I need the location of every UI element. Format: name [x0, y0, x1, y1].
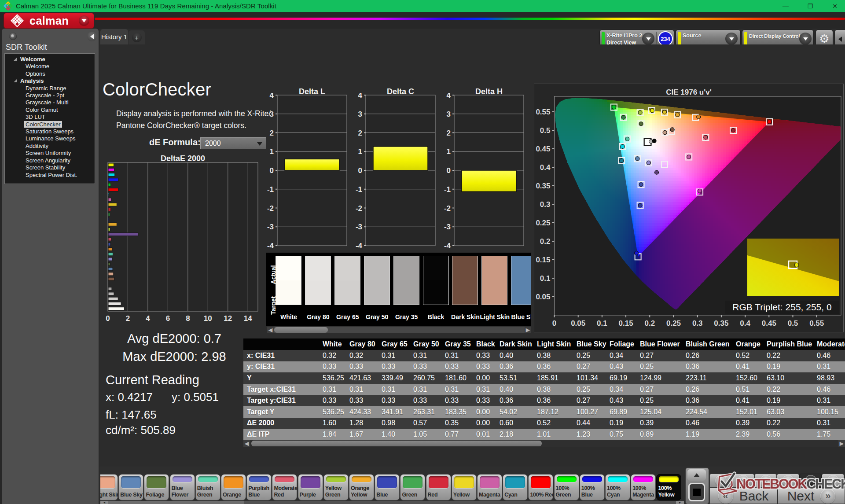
tree-item-screen-stability[interactable]: Screen Stability: [5, 164, 95, 171]
patch-button-red[interactable]: Red: [426, 474, 451, 500]
tree-item-saturation-sweeps[interactable]: Saturation Sweeps: [5, 128, 95, 135]
tree-item-welcome[interactable]: Welcome: [5, 63, 95, 70]
meter-dropdown-icon[interactable]: [642, 33, 654, 45]
patch-strip-scrollbar[interactable]: ◄ ►: [100, 501, 684, 504]
close-button[interactable]: ✕: [828, 3, 841, 10]
scrollbar-thumb[interactable]: [274, 327, 328, 333]
tree-item-label: Screen Angularity: [26, 157, 70, 164]
tree-item-grayscale-2pt[interactable]: Grayscale - 2pt: [5, 92, 95, 99]
tree-item-label: Grayscale - 2pt: [26, 92, 64, 99]
calman-menu-dropdown[interactable]: [79, 15, 89, 26]
tree-expander-icon[interactable]: [14, 58, 17, 61]
patch-button-100-blue[interactable]: 100% Blue: [580, 474, 605, 500]
swatch-gray-50: Gray 50: [364, 256, 390, 305]
table-cell: 536.25: [320, 372, 347, 384]
patch-button-blue-sky[interactable]: Blue Sky: [118, 474, 143, 500]
patch-button-cyan[interactable]: Cyan: [503, 474, 528, 500]
tree-item-label: Additivity: [26, 143, 48, 149]
table-cell: 1.05: [411, 429, 442, 440]
table-cell: 0.33: [347, 395, 379, 406]
add-tab[interactable]: +: [129, 30, 145, 44]
patch-button-blue-flower[interactable]: Blue Flower: [170, 474, 195, 500]
svg-text:1: 1: [447, 147, 451, 156]
table-cell: 0.27: [574, 361, 607, 373]
table-cell: 1.84: [320, 429, 347, 440]
maximize-button[interactable]: ❐: [804, 3, 817, 10]
patch-button-bluish-green[interactable]: Bluish Green: [195, 474, 220, 500]
tree-item-welcome[interactable]: Welcome: [5, 56, 95, 63]
table-scrollbar[interactable]: ◄ ►: [243, 440, 845, 447]
table-header-dark-skin: Dark Skin: [497, 338, 534, 350]
patch-button-magenta[interactable]: Magenta: [477, 474, 502, 500]
de2000-bar-100-cyan: [108, 173, 115, 177]
patch-button-light-skin[interactable]: Light Skin: [100, 474, 118, 500]
app-icon: [3, 1, 13, 11]
table-cell: 0.36: [534, 361, 574, 373]
workflow-indicator-icon[interactable]: [9, 33, 17, 40]
patch-button-100-magenta[interactable]: 100% Magenta: [631, 474, 656, 500]
table-cell: 0.31: [320, 384, 347, 395]
tree-item-additivity[interactable]: Additivity: [5, 143, 95, 150]
scroll-right-icon[interactable]: ►: [676, 501, 684, 504]
display-dropdown-icon[interactable]: [799, 33, 812, 45]
tree-item-luminance-sweeps[interactable]: Luminance Sweeps: [5, 135, 95, 142]
patch-button-foliage[interactable]: Foliage: [144, 474, 169, 500]
stop-button[interactable]: [688, 483, 705, 501]
tree-item-screen-uniformity[interactable]: Screen Uniformity: [5, 150, 95, 157]
scroll-left-icon[interactable]: ◄: [100, 501, 108, 504]
table-row-y-cie31: y: CIE310.330.330.330.330.330.330.360.36…: [243, 361, 845, 373]
scrollbar-thumb[interactable]: [251, 441, 542, 446]
tree-item-screen-angularity[interactable]: Screen Angularity: [5, 157, 95, 164]
patch-button-blue[interactable]: Blue: [375, 474, 400, 500]
tree-item-spectral-power-dist-[interactable]: Spectral Power Dist.: [5, 172, 95, 179]
patch-color: [403, 476, 422, 488]
patch-button-100-red[interactable]: 100% Red: [528, 474, 553, 500]
table-cell: 1.01: [534, 429, 574, 440]
strip-expand-button[interactable]: [687, 469, 706, 481]
swatch-scrollbar[interactable]: ◄ ►: [267, 327, 531, 333]
patch-button-100-green[interactable]: 100% Green: [554, 474, 579, 500]
calman-menu-button[interactable]: calman: [4, 13, 94, 29]
patch-button-moderate-red[interactable]: Moderate Red: [272, 474, 297, 500]
source-dropdown-icon[interactable]: [725, 33, 738, 45]
tree-item-grayscale-multi[interactable]: Grayscale - Multi: [5, 99, 95, 106]
tab-history-1[interactable]: History 1: [100, 29, 128, 44]
minimize-button[interactable]: —: [779, 3, 792, 10]
patch-button-orange[interactable]: Orange: [221, 474, 246, 500]
de-formula-select[interactable]: 2000: [200, 137, 266, 149]
scroll-left-icon[interactable]: ◄: [267, 327, 274, 333]
tree-item-colorchecker[interactable]: ColorChecker: [5, 121, 95, 128]
scroll-right-icon[interactable]: ►: [838, 440, 845, 447]
patch-button-yellow[interactable]: Yellow: [452, 474, 477, 500]
row-label: ΔE 2000: [243, 418, 320, 429]
tree-item-analysis[interactable]: Analysis: [5, 77, 95, 85]
de2000-bar-yellow: [108, 203, 117, 206]
tree-expander-icon[interactable]: [14, 79, 17, 82]
de2000-bar-100-red: [108, 188, 118, 191]
patch-button-orange-yellow[interactable]: Orange Yellow: [349, 474, 374, 500]
patch-button-yellow-green[interactable]: Yellow Green: [323, 474, 349, 500]
patch-button-100-cyan[interactable]: 100% Cyan: [605, 474, 630, 500]
swatch-actual: [482, 256, 507, 280]
scroll-right-icon[interactable]: ►: [525, 327, 531, 333]
meter-reading-badge[interactable]: 234: [658, 31, 673, 46]
svg-text:1: 1: [270, 147, 274, 156]
scroll-left-icon[interactable]: ◄: [243, 440, 250, 447]
patch-button-purplish-blue[interactable]: Purplish Blue: [246, 474, 272, 500]
tree-item-3d-lut[interactable]: 3D LUT: [5, 114, 95, 121]
table-cell: 223.11: [683, 372, 733, 384]
patch-button-purple[interactable]: Purple: [298, 474, 323, 500]
patch-button-100-yellow[interactable]: 100% Yellow: [656, 474, 681, 500]
sidebar-collapse-button[interactable]: [87, 32, 97, 41]
table-cell: 69.89: [607, 406, 637, 418]
scrollbar-thumb[interactable]: [244, 501, 676, 504]
tree-item-options[interactable]: Options: [5, 70, 95, 77]
patch-button-label: Light Skin: [100, 492, 118, 498]
tree-item-dynamic-range[interactable]: Dynamic Range: [5, 85, 95, 92]
tree-item-color-gamut[interactable]: Color Gamut: [5, 107, 95, 114]
svg-text:0.2: 0.2: [644, 319, 655, 327]
table-header-gray-80: Gray 80: [347, 338, 379, 350]
svg-text:4: 4: [447, 93, 451, 99]
patch-button-green[interactable]: Green: [400, 474, 425, 500]
plus-icon[interactable]: +: [132, 33, 142, 42]
